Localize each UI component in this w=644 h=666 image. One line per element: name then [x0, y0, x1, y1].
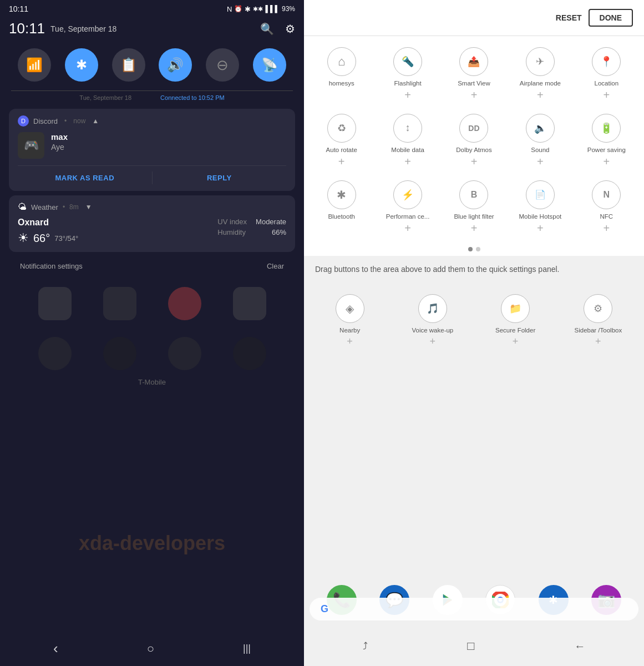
volume-toggle[interactable]: 🔊	[159, 48, 192, 82]
alarm-icon: ⏰	[234, 5, 242, 13]
clipboard-toggle[interactable]: 📋	[112, 48, 145, 82]
wifi-icon: 📶	[26, 57, 43, 73]
qs-item-powersaving[interactable]: 🔋 Power saving +	[575, 108, 638, 173]
notif-content: 🎮 max Aye	[18, 132, 286, 159]
homesys-icon: ⌂	[327, 47, 356, 76]
date-label: Tue, September 18	[50, 24, 116, 33]
app-icon	[38, 287, 72, 320]
discord-app-name: Discord	[33, 117, 58, 125]
qs-item-smartview[interactable]: 📤 Smart View +	[442, 42, 506, 106]
reset-button[interactable]: RESET	[556, 13, 582, 22]
bt-icon: ✱	[245, 5, 251, 13]
weather-range: 73°/54°	[54, 234, 78, 243]
nfc-label: NFC	[600, 213, 613, 221]
qs-item-sound[interactable]: 🔈 Sound +	[508, 108, 572, 173]
reply-button[interactable]: REPLY	[153, 171, 287, 184]
bluetooth-toggle[interactable]: ✱	[65, 48, 98, 82]
done-button[interactable]: DONE	[589, 9, 633, 27]
mobilehotspot-label: Mobile Hotspot	[519, 213, 562, 221]
autorotate-icon: ♻	[327, 114, 356, 143]
carrier-name: T-Mobile	[0, 376, 304, 392]
dolby-icon: DD	[459, 114, 488, 143]
notification-settings-button[interactable]: Notification settings	[20, 262, 83, 270]
app-icons-row1	[0, 276, 304, 331]
left-panel: 10:11 N ⏰ ✱ ✱✱ ▌▌▌ 93% 10:11 Tue, Septem…	[0, 0, 304, 666]
performance-add: +	[404, 221, 411, 236]
collapse-icon[interactable]: ▼	[85, 203, 92, 211]
bluetooth-icon: ✱	[76, 57, 87, 73]
battery-icon: 93%	[282, 5, 295, 13]
humidity-label: Humidity	[217, 228, 246, 236]
avail-item-voicewakeup[interactable]: 🎵 Voice wake-up +	[392, 289, 473, 352]
qs-item-performance[interactable]: ⚡ Performan ce... +	[376, 175, 439, 239]
app-icon	[168, 287, 201, 320]
qs-item-mobilehotspot[interactable]: 📄 Mobile Hotspot +	[508, 175, 572, 239]
bluetooth-qs-icon: ✱	[327, 180, 356, 209]
quick-toggles-row: 📶 ✱ 📋 🔊 ⊖ 📡	[0, 44, 304, 90]
sidebar-label: Sidebar /Toolbox	[575, 326, 622, 335]
location-icon: 📍	[592, 47, 621, 76]
qs-item-airplane[interactable]: ✈ Airplane mode +	[508, 42, 572, 106]
header-bar: 10:11 Tue, September 18 🔍 ⚙	[0, 18, 304, 44]
mobilehotspot-add: +	[537, 221, 544, 236]
mark-as-read-button[interactable]: MARK AS READ	[18, 171, 152, 184]
dolby-label: Dolby Atmos	[456, 146, 492, 154]
uv-value: Moderate	[256, 218, 286, 226]
settings-icon[interactable]: ⚙	[285, 22, 295, 36]
app-icon	[103, 337, 136, 370]
weather-notification: 🌤 Weather • 8m ▼ Oxnard ☀ 66° 73°/54° UV…	[9, 195, 295, 252]
qs-item-autorotate[interactable]: ♻ Auto rotate +	[310, 108, 373, 173]
home-button[interactable]: ○	[147, 642, 154, 656]
qs-item-bluelight[interactable]: B Blue light filter +	[442, 175, 506, 239]
nfc-qs-icon: N	[592, 180, 621, 209]
weather-left: Oxnard ☀ 66° 73°/54°	[18, 218, 78, 245]
autorotate-add: +	[338, 154, 345, 169]
discord-app-icon: D	[18, 115, 29, 127]
weather-content: Oxnard ☀ 66° 73°/54° UV index Moderate H…	[18, 218, 286, 245]
back-button-right[interactable]: ←	[574, 640, 585, 653]
bluelight-label: Blue light filter	[454, 213, 494, 221]
dnd-toggle[interactable]: ⊖	[206, 48, 239, 82]
search-icon[interactable]: 🔍	[260, 22, 274, 36]
qs-item-location[interactable]: 📍 Location +	[575, 42, 638, 106]
qs-item-mobiledata[interactable]: ↕ Mobile data +	[376, 108, 439, 173]
app-icon	[233, 337, 266, 370]
avail-item-securefolder[interactable]: 📁 Secure Folder +	[475, 289, 556, 352]
qs-item-dolby[interactable]: DD Dolby Atmos +	[442, 108, 506, 173]
watermark: xda-developers	[79, 532, 225, 555]
notif-avatar: 🎮	[18, 132, 44, 159]
location-label: Location	[595, 79, 618, 88]
qs-item-bluetooth[interactable]: ✱ Bluetooth	[310, 175, 373, 239]
app-icon	[38, 337, 72, 370]
signal-icon: ▌▌▌	[265, 5, 280, 13]
uv-label: UV index	[217, 218, 247, 226]
hotspot-toggle[interactable]: 📡	[253, 48, 286, 82]
qs-item-nfc[interactable]: N NFC +	[575, 175, 638, 239]
status-bar: 10:11 N ⏰ ✱ ✱✱ ▌▌▌ 93%	[0, 0, 304, 18]
qs-item-homesys[interactable]: ⌂ homesys	[310, 42, 373, 106]
clear-button[interactable]: Clear	[267, 262, 284, 270]
recent-apps-button[interactable]: ⤴	[363, 640, 368, 652]
avail-item-sidebar[interactable]: ⚙ Sidebar /Toolbox +	[558, 289, 638, 352]
dot-2	[476, 247, 480, 251]
recents-button[interactable]: |||	[243, 643, 251, 654]
clipboard-icon: 📋	[120, 57, 137, 73]
airplane-label: Airplane mode	[520, 79, 561, 88]
sidebar-icon: ⚙	[584, 294, 612, 323]
nearby-icon: ◈	[336, 294, 364, 323]
wifi-toggle[interactable]: 📶	[18, 48, 51, 82]
powersaving-add: +	[603, 154, 610, 169]
back-button[interactable]: ‹	[53, 640, 58, 657]
avail-item-nearby[interactable]: ◈ Nearby +	[310, 289, 390, 352]
weather-right: UV index Moderate Humidity 66%	[217, 218, 286, 236]
voicewakeup-label: Voice wake-up	[412, 326, 453, 335]
nearby-label: Nearby	[339, 326, 360, 335]
home-button-right[interactable]: □	[467, 639, 474, 653]
status-icons: N ⏰ ✱ ✱✱ ▌▌▌ 93%	[227, 5, 295, 13]
nfc-icon: N	[227, 5, 232, 13]
powersaving-icon: 🔋	[592, 114, 621, 143]
available-items-grid: ◈ Nearby + 🎵 Voice wake-up + 📁 Secure Fo…	[304, 283, 644, 357]
qs-item-flashlight[interactable]: 🔦 Flashlight +	[376, 42, 439, 106]
expand-icon[interactable]: ▲	[92, 117, 99, 125]
weather-temp-row: ☀ 66° 73°/54°	[18, 231, 78, 245]
